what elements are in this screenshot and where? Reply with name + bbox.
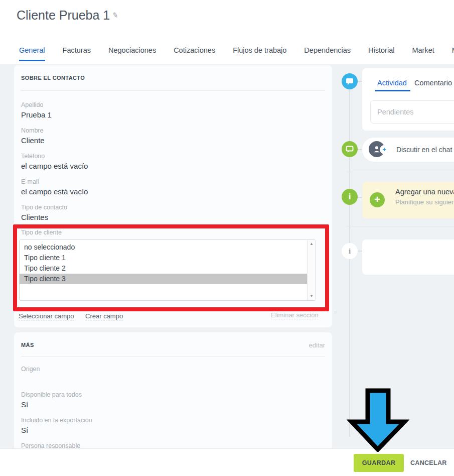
save-button[interactable]: GUARDAR [354, 454, 404, 472]
divider [21, 356, 325, 356]
chat-pill-label: Discutir en el chat [396, 146, 452, 154]
drag-handle-icon[interactable]: ≡ [334, 309, 337, 315]
tab-cotizaciones[interactable]: Cotizaciones [174, 46, 215, 61]
listbox-options: no seleccionado Tipo cliente 1 Tipo clie… [20, 242, 307, 284]
field-nombre[interactable]: Nombre Cliente [21, 127, 45, 146]
field-email[interactable]: E-mail el campo está vacío [21, 178, 88, 197]
field-incluido-en-exportacion[interactable]: Incluido en la exportación Sí [21, 417, 92, 435]
active-tab-underline [375, 90, 410, 91]
field-label: Nombre [21, 127, 45, 135]
field-value: Sí [21, 425, 92, 435]
field-value: Cliente [21, 136, 45, 146]
edit-section-link[interactable]: editar [309, 341, 325, 349]
field-value: Sí [21, 400, 82, 410]
tab-bar: General Facturas Negociaciones Cotizacio… [19, 46, 454, 61]
field-value: el campo está vacío [21, 187, 88, 197]
pendientes-input[interactable] [370, 100, 454, 124]
field-value: Clientes [21, 212, 67, 222]
chat-bubble-icon [346, 78, 354, 85]
more-section-title: MÁS [21, 342, 34, 348]
field-value: Prueba 1 [21, 110, 52, 120]
activity-card: Actividad Comentario [362, 68, 454, 131]
info-icon: i [349, 247, 351, 256]
divider [21, 90, 325, 91]
field-label: Apellido [21, 101, 52, 109]
scroll-down-icon[interactable]: ▼ [308, 292, 316, 300]
empty-note-card [362, 240, 454, 275]
scroll-up-icon[interactable]: ▲ [308, 240, 316, 248]
field-apellido[interactable]: Apellido Prueba 1 [21, 101, 52, 120]
field-label: Origen [21, 366, 40, 373]
info-icon: i [349, 192, 351, 202]
field-value: el campo está vacío [21, 161, 88, 171]
add-task-title: Agregar una nueva [395, 188, 454, 196]
create-field-link[interactable]: Crear campo [85, 312, 123, 320]
divider [346, 226, 454, 226]
tab-general[interactable]: General [19, 46, 45, 61]
field-tipo-de-contacto[interactable]: Tipo de contacto Clientes [21, 204, 67, 222]
listbox-option[interactable]: no seleccionado [20, 242, 307, 253]
info-status-circle: i [342, 189, 358, 205]
chat-status-circle [342, 141, 358, 157]
field-label: Incluido en la exportación [21, 417, 92, 424]
tab-negociaciones[interactable]: Negociaciones [108, 46, 156, 61]
add-person-plus-icon: + [380, 145, 389, 154]
field-origen[interactable]: Origen [21, 366, 40, 374]
add-task-card[interactable]: + Agregar una nueva Planifique su siguie… [362, 182, 454, 218]
field-label: Disponible para todos [21, 391, 82, 399]
field-label: Teléfono [21, 153, 88, 160]
tab-flujos-de-trabajo[interactable]: Flujos de trabajo [233, 46, 286, 61]
listbox-option[interactable]: Tipo cliente 3 [20, 274, 307, 284]
field-tipo-de-cliente-label: Tipo de cliente [21, 229, 62, 236]
field-label: E-mail [21, 178, 88, 186]
page-title: Cliente Prueba 1✎ [17, 8, 118, 23]
note-status-circle: i [342, 243, 358, 259]
footer-bar: GUARDAR CANCELAR [0, 448, 454, 476]
activity-status-circle [342, 73, 358, 89]
tab-dependencias[interactable]: Dependencias [304, 46, 351, 61]
field-telefono[interactable]: Teléfono el campo está vacío [21, 153, 88, 171]
edit-name-icon[interactable]: ✎ [112, 11, 119, 20]
divider [346, 172, 454, 172]
tab-comentario[interactable]: Comentario [414, 79, 452, 87]
tipo-de-cliente-listbox[interactable]: no seleccionado Tipo cliente 1 Tipo clie… [19, 240, 316, 301]
tab-market[interactable]: Market [412, 46, 434, 61]
listbox-option[interactable]: Tipo cliente 2 [20, 263, 307, 274]
field-label: Tipo de contacto [21, 204, 67, 211]
plus-icon: + [370, 192, 385, 207]
delete-section-link[interactable]: Eliminar sección [271, 311, 319, 319]
tab-actividad[interactable]: Actividad [377, 79, 407, 87]
tab-facturas[interactable]: Facturas [63, 46, 91, 61]
contact-section-title: SOBRE EL CONTACTO [21, 75, 85, 81]
cancel-button[interactable]: CANCELAR [410, 454, 447, 472]
discuss-in-chat-button[interactable]: + Discutir en el chat [362, 138, 454, 162]
client-edit-page: Cliente Prueba 1✎ General Facturas Negoc… [0, 0, 454, 476]
more-section-card: MÁS editar Origen Disponible para todos … [14, 332, 332, 453]
listbox-scrollbar[interactable]: ▲ ▼ [307, 240, 316, 300]
select-field-link[interactable]: Seleccionar campo [19, 312, 74, 320]
field-disponible-para-todos[interactable]: Disponible para todos Sí [21, 391, 82, 410]
chat-bubble-outline-icon [346, 146, 354, 153]
add-task-subtitle: Planifique su siguiente [395, 198, 454, 206]
field-links-row: Seleccionar campo Crear campo [19, 311, 123, 320]
tab-historial[interactable]: Historial [368, 46, 394, 61]
listbox-option[interactable]: Tipo cliente 1 [20, 253, 307, 263]
tab-cut-off[interactable]: M [452, 46, 454, 61]
contact-section-card: SOBRE EL CONTACTO Apellido Prueba 1 Nomb… [14, 65, 332, 327]
client-name: Cliente Prueba 1 [17, 8, 110, 22]
